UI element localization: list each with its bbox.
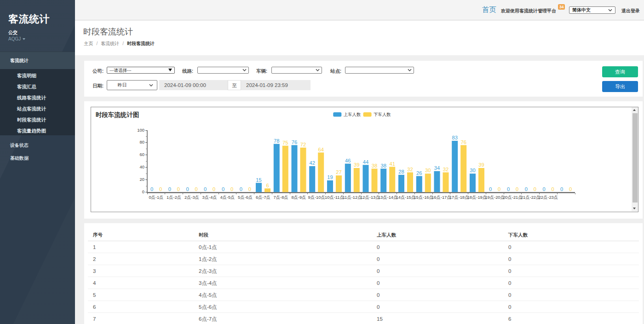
svg-text:39: 39	[354, 162, 359, 168]
svg-text:0: 0	[507, 186, 510, 192]
svg-text:9点-10点: 9点-10点	[308, 195, 325, 200]
svg-text:6: 6	[266, 183, 269, 188]
svg-text:20点-21点: 20点-21点	[503, 195, 522, 200]
svg-text:0: 0	[186, 186, 189, 192]
svg-text:0: 0	[569, 186, 572, 192]
svg-text:7点-8点: 7点-8点	[274, 195, 288, 200]
svg-text:41: 41	[390, 161, 395, 167]
svg-text:32: 32	[407, 167, 413, 172]
svg-text:下车人数: 下车人数	[374, 112, 391, 117]
svg-text:20: 20	[139, 177, 144, 182]
svg-text:0: 0	[159, 186, 162, 192]
svg-text:38: 38	[372, 163, 377, 168]
svg-text:26: 26	[416, 170, 422, 176]
svg-text:0: 0	[150, 186, 153, 192]
svg-text:0: 0	[168, 186, 171, 192]
svg-text:上车人数: 上车人数	[344, 112, 361, 117]
svg-text:0: 0	[489, 186, 492, 192]
svg-text:44: 44	[363, 159, 368, 165]
svg-text:4点-5点: 4点-5点	[220, 195, 235, 200]
svg-text:0: 0	[534, 186, 536, 192]
svg-text:83: 83	[452, 135, 458, 140]
svg-text:0: 0	[222, 186, 224, 192]
svg-text:42: 42	[310, 160, 315, 166]
svg-text:19点-20点: 19点-20点	[485, 195, 504, 200]
svg-text:6点-7点: 6点-7点	[256, 195, 270, 200]
svg-text:15: 15	[256, 177, 261, 183]
svg-text:100: 100	[137, 127, 144, 133]
svg-text:76: 76	[461, 139, 466, 145]
svg-text:60: 60	[139, 152, 144, 157]
svg-text:46: 46	[345, 158, 351, 163]
svg-text:17点-18点: 17点-18点	[449, 195, 469, 200]
svg-text:78: 78	[274, 138, 279, 144]
svg-text:32: 32	[443, 167, 448, 172]
svg-text:0: 0	[142, 189, 144, 194]
svg-text:27: 27	[336, 169, 341, 175]
svg-text:0: 0	[204, 186, 207, 192]
svg-text:0: 0	[542, 186, 545, 192]
svg-text:10点-11点: 10点-11点	[325, 195, 344, 200]
svg-text:28: 28	[398, 169, 404, 174]
svg-text:40: 40	[139, 164, 144, 169]
svg-text:72: 72	[300, 142, 306, 147]
svg-text:16点-17点: 16点-17点	[431, 195, 451, 200]
svg-text:0: 0	[516, 186, 518, 192]
svg-text:11点-12点: 11点-12点	[343, 195, 362, 200]
svg-text:0: 0	[551, 186, 554, 192]
svg-text:30: 30	[425, 168, 431, 173]
svg-text:0: 0	[177, 186, 180, 192]
svg-text:15点-16点: 15点-16点	[414, 195, 433, 200]
svg-text:30: 30	[470, 168, 475, 173]
svg-text:21点-22点: 21点-22点	[521, 195, 540, 200]
svg-text:8点-9点: 8点-9点	[291, 195, 306, 200]
svg-text:0: 0	[560, 186, 563, 192]
svg-text:0: 0	[525, 186, 528, 192]
svg-text:19: 19	[327, 174, 333, 180]
svg-text:34: 34	[434, 165, 440, 171]
svg-text:76: 76	[292, 139, 297, 145]
svg-text:0: 0	[195, 186, 197, 192]
svg-text:2点-3点: 2点-3点	[184, 195, 199, 200]
svg-text:38: 38	[381, 163, 386, 168]
svg-text:13点-14点: 13点-14点	[378, 195, 397, 200]
svg-text:0: 0	[240, 186, 242, 192]
svg-text:75: 75	[282, 140, 288, 145]
svg-text:12点-13点: 12点-13点	[360, 195, 380, 200]
svg-text:22点-23点: 22点-23点	[539, 195, 558, 200]
svg-text:64: 64	[318, 147, 324, 152]
svg-text:39: 39	[478, 162, 484, 168]
svg-text:18点-19点: 18点-19点	[467, 195, 487, 200]
svg-text:14点-15点: 14点-15点	[396, 195, 415, 200]
svg-text:5点-6点: 5点-6点	[238, 195, 253, 200]
svg-text:3点-4点: 3点-4点	[202, 195, 217, 200]
svg-text:0: 0	[498, 186, 500, 192]
svg-text:0: 0	[213, 186, 215, 192]
svg-text:1点-2点: 1点-2点	[167, 195, 181, 200]
svg-text:80: 80	[139, 139, 144, 145]
svg-text:0: 0	[248, 186, 251, 192]
svg-text:0点-1点: 0点-1点	[149, 195, 163, 200]
svg-text:0: 0	[230, 186, 233, 192]
